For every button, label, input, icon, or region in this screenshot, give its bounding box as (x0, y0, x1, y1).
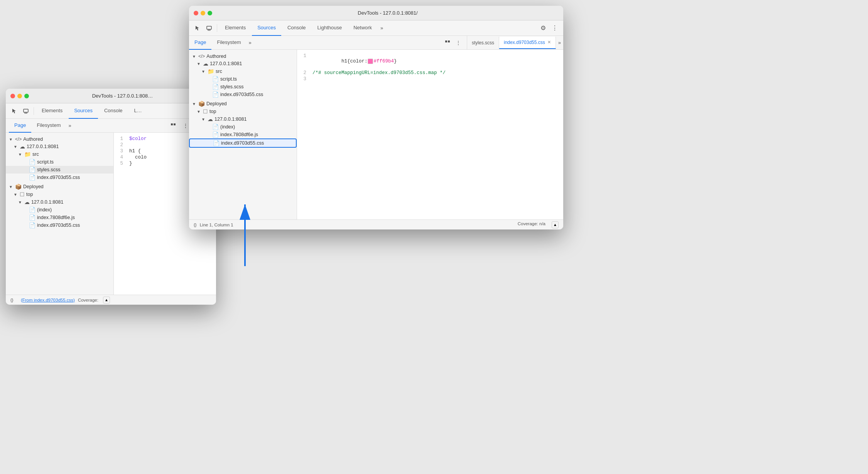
tree-label: 127.0.0.1:8081 (27, 144, 59, 149)
open-file-styles-front[interactable]: styles.scss (467, 37, 499, 49)
tree-authored-front[interactable]: ▼ </> Authored (189, 53, 297, 60)
tab-elements-front[interactable]: Elements (220, 20, 251, 36)
tab-sources-back[interactable]: Sources (69, 103, 98, 119)
minimize-button-front[interactable] (201, 11, 205, 15)
maximize-button-front[interactable] (208, 11, 212, 15)
css-file-icon: 📄 (29, 174, 35, 180)
maximize-button-back[interactable] (24, 94, 29, 98)
tree-label: index.d9703d55.css (220, 92, 263, 97)
device-toggle-icon[interactable] (20, 106, 31, 116)
tree-index-deployed-front[interactable]: ▶ 📄 (index) (189, 123, 297, 131)
tree-styles-scss-front[interactable]: ▶ 📄 styles.scss (189, 83, 297, 91)
tab-lighthouse-back[interactable]: L… (129, 103, 147, 119)
code-h1: h1 (341, 59, 347, 64)
title-bar-front: DevTools - 127.0.0.1:8081/ (189, 6, 563, 20)
tree-label: Authored (206, 54, 226, 59)
devtools-window-back[interactable]: DevTools - 127.0.0.1:808… Elements Sourc… (6, 89, 216, 305)
tab-sources-front[interactable]: Sources (252, 20, 281, 36)
device-toggle-icon-front[interactable] (204, 23, 214, 34)
deployed-icon: 📦 (15, 184, 22, 190)
tree-host-deployed-back[interactable]: ▼ ☁ 127.0.0.1:8081 (6, 198, 113, 206)
traffic-lights-front (194, 11, 212, 15)
inspect-icon[interactable] (9, 106, 20, 116)
tree-label: top (26, 192, 33, 197)
sub-tab-page-front[interactable]: Page (189, 36, 211, 50)
code-brace-close: } (394, 59, 397, 64)
tree-deployed-back[interactable]: ▼ 📦 Deployed (6, 183, 113, 191)
scss-file-icon: 📄 (29, 167, 35, 173)
tree-index-css-deployed-back[interactable]: ▶ 📄 index.d9703d55.css (6, 221, 113, 229)
tree-host-authored-back[interactable]: ▼ ☁ 127.0.0.1:8081 (6, 143, 113, 150)
cloud-icon: ☁ (20, 143, 25, 150)
coverage-scroll-btn[interactable]: ▲ (103, 297, 110, 304)
tree-index-css-deployed-front[interactable]: ▶ 📄 index.d9703d55.css (189, 138, 297, 148)
gear-icon-front[interactable]: ⚙ (538, 23, 549, 34)
sub-tab-more-front[interactable]: » (247, 40, 254, 46)
js-file-icon: 📄 (212, 132, 219, 138)
tree-index-css-back[interactable]: ▶ 📄 index.d9703d55.css (6, 174, 113, 181)
tree-label: 127.0.0.1:8081 (31, 199, 63, 205)
tree-styles-scss-back[interactable]: ▶ 📄 styles.scss (6, 166, 113, 174)
tree-src-back[interactable]: ▼ 📁 src (6, 150, 113, 158)
tab-console-front[interactable]: Console (282, 20, 311, 36)
code-editor-front[interactable]: 1 h1{color:#ff69b4} 2 /*# sourceMappingU… (297, 50, 563, 219)
sub-tab-filesystem-back[interactable]: Filesystem (31, 119, 66, 133)
css-file-icon-deployed: 📄 (29, 222, 35, 228)
tab-network-front[interactable]: Network (348, 20, 377, 36)
close-tab-icon[interactable]: ✕ (547, 40, 551, 45)
tree-label: src (216, 69, 222, 74)
tab-lighthouse-front[interactable]: Lighthouse (312, 20, 348, 36)
status-from-link[interactable]: (From index.d9703d55.css) (21, 298, 75, 302)
file-tabs-more[interactable]: » (556, 40, 563, 46)
arrow-icon: ▼ (192, 54, 197, 59)
file-tree-back[interactable]: ▼ </> Authored ▼ ☁ 127.0.0.1:8081 ▼ 📁 sr… (6, 133, 114, 295)
tab-console-back[interactable]: Console (99, 103, 128, 119)
inspect-icon-front[interactable] (192, 23, 203, 34)
more-icon-front[interactable]: ⋮ (549, 23, 560, 34)
file-tree-front[interactable]: ▼ </> Authored ▼ ☁ 127.0.0.1:8081 ▼ 📁 sr… (189, 50, 297, 219)
minimize-button-back[interactable] (17, 94, 22, 98)
svg-rect-1 (25, 113, 27, 113)
generic-file-icon: 📄 (29, 207, 35, 213)
scss-file-icon: 📄 (212, 84, 219, 90)
tree-authored-back[interactable]: ▼ </> Authored (6, 136, 113, 143)
coverage-scroll-btn-front[interactable]: ▲ (552, 221, 559, 228)
tree-script-ts-front[interactable]: ▶ 📄 script.ts (189, 75, 297, 83)
svg-rect-2 (171, 123, 173, 125)
tab-more-front[interactable]: » (378, 25, 385, 31)
code-line-1-front: 1 h1{color:#ff69b4} (297, 53, 563, 70)
arrow-icon: ▼ (197, 62, 201, 66)
collapse-icon-front[interactable] (442, 37, 453, 48)
open-file-index-css-front[interactable]: index.d9703d55.css ✕ (499, 37, 556, 49)
tree-index-back[interactable]: ▶ 📄 (index) (6, 206, 113, 214)
tree-deployed-front[interactable]: ▼ 📦 Deployed (189, 100, 297, 108)
tree-index-css-authored-front[interactable]: ▶ 📄 index.d9703d55.css (189, 91, 297, 98)
svg-rect-3 (174, 123, 176, 125)
tree-top-front[interactable]: ▼ ☐ top (189, 108, 297, 115)
svg-rect-5 (208, 30, 210, 30)
more-options-icon-front[interactable]: ⋮ (453, 37, 464, 48)
tree-index-js-back[interactable]: ▶ 📄 index.7808df6e.js (6, 214, 113, 221)
cloud-icon: ☁ (24, 199, 30, 205)
close-button-back[interactable] (10, 94, 15, 98)
code-icon: </> (15, 137, 22, 142)
cloud-icon: ☁ (203, 61, 208, 67)
tree-host-deployed-front[interactable]: ▼ ☁ 127.0.0.1:8081 (189, 115, 297, 123)
sub-tab-page-back[interactable]: Page (9, 119, 31, 133)
box-icon: ☐ (20, 191, 25, 197)
sub-tab-more-back[interactable]: » (66, 123, 74, 128)
status-position-front: Line 1, Column 1 (200, 223, 233, 227)
tree-src-front[interactable]: ▼ 📁 src (189, 67, 297, 75)
tree-script-ts-back[interactable]: ▶ 📄 script.ts (6, 158, 113, 166)
arrow-icon: ▼ (14, 145, 18, 149)
close-button-front[interactable] (194, 11, 198, 15)
sub-tab-filesystem-front[interactable]: Filesystem (211, 36, 246, 50)
tree-index-js-deployed-front[interactable]: ▶ 📄 index.7808df6e.js (189, 131, 297, 138)
devtools-window-front[interactable]: DevTools - 127.0.0.1:8081/ Elements Sour… (189, 6, 563, 229)
collapse-all-icon[interactable] (168, 120, 179, 131)
tree-host-authored-front[interactable]: ▼ ☁ 127.0.0.1:8081 (189, 60, 297, 67)
tree-top-back[interactable]: ▼ ☐ top (6, 191, 113, 198)
tab-elements-back[interactable]: Elements (36, 103, 68, 119)
tree-label: Authored (23, 137, 43, 142)
code-line-2-front: 2 /*# sourceMappingURL=index.d9703d55.cs… (297, 70, 563, 76)
